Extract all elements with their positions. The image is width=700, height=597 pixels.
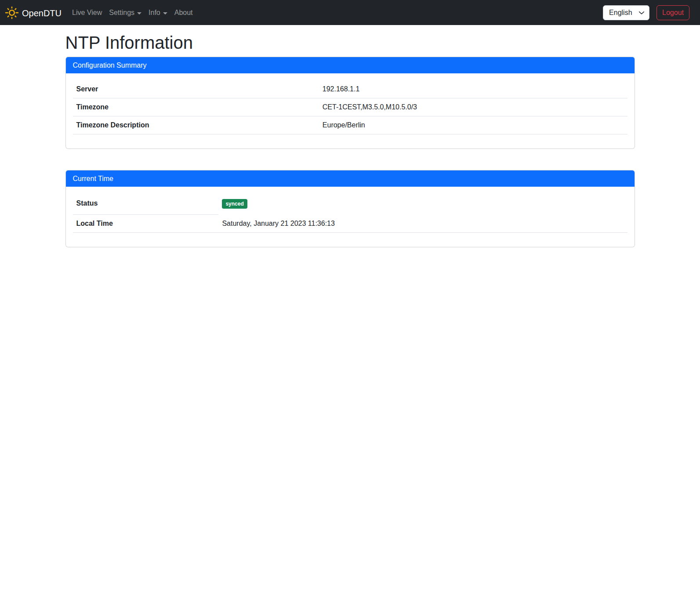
table-row-status: Status synced: [73, 194, 627, 215]
language-select[interactable]: English: [603, 5, 649, 20]
row-value: 192.168.1.1: [319, 80, 627, 98]
language-select-wrapper: English: [603, 5, 649, 20]
nav-item-label: About: [174, 9, 193, 17]
status-badge: synced: [222, 199, 247, 209]
brand-link[interactable]: OpenDTU: [5, 6, 62, 19]
table-row-timezone: Timezone CET-1CEST,M3.5.0,M10.5.0/3: [73, 98, 627, 116]
nav-menu: Live View Settings Info About: [69, 5, 196, 20]
main-content: NTP Information Configuration Summary Se…: [60, 32, 640, 247]
configuration-summary-card: Configuration Summary Server 192.168.1.1…: [65, 57, 635, 149]
brand-title: OpenDTU: [22, 8, 62, 18]
nav-item-label: Info: [149, 9, 160, 17]
logout-button[interactable]: Logout: [656, 5, 689, 20]
nav-item-label: Settings: [109, 9, 134, 17]
configuration-summary-table: Server 192.168.1.1 Timezone CET-1CEST,M3…: [73, 80, 627, 134]
card-body: Server 192.168.1.1 Timezone CET-1CEST,M3…: [66, 73, 635, 148]
table-row-timezone-description: Timezone Description Europe/Berlin: [73, 116, 627, 134]
current-time-table: Status synced Local Time Saturday, Janua…: [73, 194, 627, 233]
nav-item-label: Live View: [72, 9, 102, 17]
caret-down-icon: [163, 12, 167, 14]
row-label: Local Time: [73, 215, 219, 233]
row-label: Server: [73, 80, 319, 98]
card-body: Status synced Local Time Saturday, Janua…: [66, 187, 635, 247]
row-value: Saturday, January 21 2023 11:36:13: [218, 215, 627, 233]
nav-item-live-view[interactable]: Live View: [69, 5, 105, 20]
table-row-local-time: Local Time Saturday, January 21 2023 11:…: [73, 215, 627, 233]
card-header-current-time: Current Time: [66, 170, 635, 187]
nav-item-settings[interactable]: Settings: [105, 5, 145, 20]
sun-icon: [5, 6, 18, 19]
row-value: CET-1CEST,M3.5.0,M10.5.0/3: [319, 98, 627, 116]
nav-item-info[interactable]: Info: [145, 5, 171, 20]
caret-down-icon: [137, 12, 141, 14]
navbar-right: English Logout: [603, 5, 689, 20]
row-value: Europe/Berlin: [319, 116, 627, 134]
page-title: NTP Information: [65, 32, 635, 53]
row-label: Status: [73, 194, 219, 215]
row-value: synced: [218, 194, 627, 215]
row-label: Timezone: [73, 98, 319, 116]
table-row-server: Server 192.168.1.1: [73, 80, 627, 98]
current-time-card: Current Time Status synced Local Time Sa…: [65, 170, 635, 247]
row-label: Timezone Description: [73, 116, 319, 134]
navbar: OpenDTU Live View Settings Info About En…: [0, 0, 700, 25]
nav-item-about[interactable]: About: [171, 5, 196, 20]
card-header-configuration-summary: Configuration Summary: [66, 57, 635, 73]
